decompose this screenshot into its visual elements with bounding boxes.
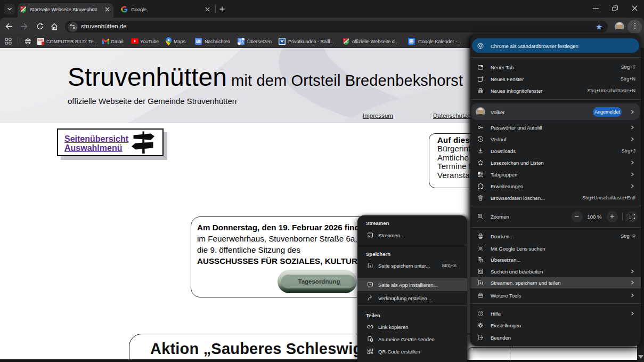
svg-text:12: 12 [410, 39, 414, 43]
svg-text:Com: Com [38, 39, 43, 42]
svg-text:A: A [241, 41, 244, 44]
